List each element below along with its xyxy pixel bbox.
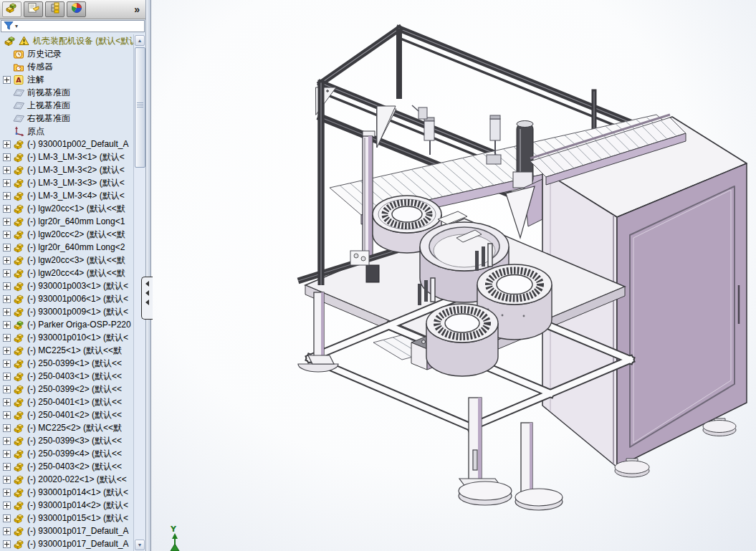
expand-toggle[interactable] xyxy=(3,321,11,329)
tree-item-label: (-) 250-0401<1> (默认<< xyxy=(27,396,122,408)
tree-item[interactable]: (-) 250-0403<2> (默认<< xyxy=(0,460,133,473)
tree-filter-input[interactable]: ▾ xyxy=(1,20,145,32)
tree-item[interactable]: (-) lgr20r_640mm Long<2 xyxy=(0,241,133,254)
expand-toggle[interactable] xyxy=(3,347,11,355)
tree-item[interactable]: (-) lgw20cc<4> (默认<<默 xyxy=(0,267,133,279)
tree-item[interactable]: A注解 xyxy=(0,73,133,86)
expand-toggle[interactable] xyxy=(3,76,11,84)
tree-item[interactable]: (-) 930001p017_Default_A xyxy=(0,524,133,537)
tree-item-label: 右视基准面 xyxy=(27,112,70,125)
expand-toggle[interactable] xyxy=(3,398,11,406)
tree-item-label: (-) 930001p017_Default_A xyxy=(27,539,128,549)
tab-propertymanager[interactable] xyxy=(24,1,43,17)
tree-item[interactable]: (-) 930001p002_Default_A xyxy=(0,138,133,150)
tree-item[interactable]: (-) lgw20cc<3> (默认<<默 xyxy=(0,254,133,267)
tree-item[interactable]: (-) LM-3_LM-3<2> (默认< xyxy=(0,163,133,176)
tree-item[interactable]: 传感器 xyxy=(0,60,133,73)
expand-toggle[interactable] xyxy=(3,282,11,290)
tree-item[interactable]: (-) MC225<1> (默认<<默 xyxy=(0,344,133,357)
expand-toggle[interactable] xyxy=(3,385,11,393)
expand-toggle[interactable] xyxy=(3,450,11,458)
expand-toggle[interactable] xyxy=(3,140,11,148)
expand-toggle[interactable] xyxy=(3,489,11,497)
component-icon xyxy=(13,526,25,537)
component-icon xyxy=(13,423,25,433)
tree-item-label: (-) 930001p002_Default_A xyxy=(27,139,128,149)
tree-item[interactable]: (-) Parker Origa-OSP-P220 xyxy=(0,318,133,331)
expand-toggle[interactable] xyxy=(3,231,11,239)
tree-item[interactable]: 上视基准面 xyxy=(0,99,133,112)
expand-toggle[interactable] xyxy=(3,424,11,432)
expand-toggle[interactable] xyxy=(3,476,11,484)
tree-item-label: (-) 250-0399<2> (默认<< xyxy=(27,383,122,396)
tree-item[interactable]: (-) LM-3_LM-3<3> (默认< xyxy=(0,176,133,189)
tree-item-label: (-) 930001p010<1> (默认< xyxy=(27,332,128,344)
scroll-up-arrow[interactable]: ▲ xyxy=(135,35,145,46)
scrollbar-thumb[interactable] xyxy=(135,47,145,168)
expand-toggle[interactable] xyxy=(3,502,11,509)
tree-item[interactable]: (-) lgw20cc<1> (默认<<默 xyxy=(0,202,133,215)
expand-toggle[interactable] xyxy=(3,205,11,213)
tree-item[interactable]: (-) MC225<2> (默认<<默 xyxy=(0,421,133,434)
expand-toggle[interactable] xyxy=(3,192,11,200)
tab-displaymanager[interactable] xyxy=(67,1,86,17)
tree-item[interactable]: (-) 930001p003<1> (默认< xyxy=(0,279,133,292)
scroll-down-arrow[interactable]: ▼ xyxy=(135,540,145,550)
tree-item[interactable]: (-) lgw20cc<2> (默认<<默 xyxy=(0,228,133,241)
tree-item[interactable]: (-) 930001p017_Default_A xyxy=(0,537,133,550)
tree-item[interactable]: 右视基准面 xyxy=(0,112,133,125)
expand-toggle[interactable] xyxy=(3,257,11,264)
panel-collapse-handle[interactable] xyxy=(141,277,153,320)
tree-item[interactable]: (-) LM-3_LM-3<1> (默认< xyxy=(0,150,133,163)
expand-toggle[interactable] xyxy=(3,334,11,342)
tree-item-label: (-) 250-0403<1> (默认<< xyxy=(27,370,122,383)
expand-toggle[interactable] xyxy=(3,153,11,161)
component-icon xyxy=(13,397,25,408)
tree-root-item[interactable]: 机壳装配机设备 (默认<默认 xyxy=(0,34,133,47)
tree-item[interactable]: (-) 250-0399<2> (默认<< xyxy=(0,383,133,396)
expand-toggle[interactable] xyxy=(3,269,11,277)
tree-item[interactable]: (-) 930001p015<1> (默认< xyxy=(0,512,133,524)
tab-configurationmanager[interactable] xyxy=(45,1,64,17)
expand-toggle[interactable] xyxy=(3,244,11,251)
expand-toggle[interactable] xyxy=(3,540,11,548)
graphics-viewport[interactable]: Y xyxy=(151,0,756,551)
tree-item[interactable]: (-) 20020-022<1> (默认<< xyxy=(0,473,133,486)
tree-item[interactable]: (-) lgr20r_640mm Long<1 xyxy=(0,215,133,228)
expand-toggle[interactable] xyxy=(3,463,11,471)
expand-toggle[interactable] xyxy=(3,308,11,316)
expand-toggle[interactable] xyxy=(3,179,11,187)
filter-dropdown-arrow[interactable]: ▾ xyxy=(15,24,18,29)
expand-toggle[interactable] xyxy=(3,437,11,445)
tree-item[interactable]: (-) 250-0403<1> (默认<< xyxy=(0,370,133,383)
expand-toggle[interactable] xyxy=(3,295,11,303)
tree-item[interactable]: 历史记录 xyxy=(0,47,133,60)
expand-toggle[interactable] xyxy=(3,166,11,174)
expand-toggle[interactable] xyxy=(3,411,11,419)
tree-item[interactable]: (-) 250-0399<1> (默认<< xyxy=(0,357,133,370)
expand-toggle[interactable] xyxy=(3,360,11,368)
tree-item[interactable]: (-) 250-0399<3> (默认<< xyxy=(0,434,133,447)
component-icon xyxy=(13,191,25,201)
tree-item[interactable]: (-) 250-0399<4> (默认<< xyxy=(0,447,133,460)
tree-item[interactable]: (-) 930001p014<2> (默认< xyxy=(0,499,133,512)
tree-item[interactable]: (-) LM-3_LM-3<4> (默认< xyxy=(0,189,133,202)
expand-toggle[interactable] xyxy=(3,373,11,380)
tab-featuremanager-tree[interactable] xyxy=(2,1,21,17)
expand-toggle[interactable] xyxy=(3,514,11,522)
expand-toggle[interactable] xyxy=(3,527,11,535)
expand-toggle[interactable] xyxy=(3,218,11,226)
panel-splitter[interactable] xyxy=(146,0,151,551)
tree-item[interactable]: (-) 930001p010<1> (默认< xyxy=(0,331,133,344)
more-tabs-chevron[interactable]: » xyxy=(134,4,143,15)
tree-item[interactable]: (-) 930001p014<1> (默认< xyxy=(0,486,133,499)
tree-item[interactable]: (-) 250-0401<1> (默认<< xyxy=(0,396,133,408)
tree-item[interactable]: (-) 930001p006<1> (默认< xyxy=(0,292,133,305)
tree-item[interactable]: 原点 xyxy=(0,125,133,138)
annotations-icon: A xyxy=(13,75,25,85)
tree-item[interactable]: (-) 930001p009<1> (默认< xyxy=(0,305,133,318)
component-icon xyxy=(13,474,25,485)
tree-item[interactable]: 前视基准面 xyxy=(0,86,133,99)
collapse-arrow-icon xyxy=(145,300,149,305)
tree-item[interactable]: (-) 250-0401<2> (默认<< xyxy=(0,408,133,421)
